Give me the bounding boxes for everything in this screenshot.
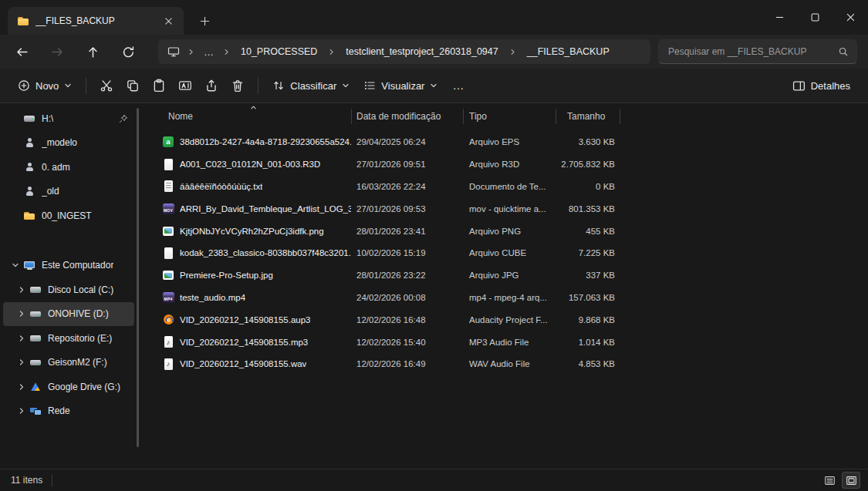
location-monitor-icon[interactable] — [164, 45, 183, 58]
chevron-right-icon[interactable] — [14, 286, 29, 294]
breadcrumb-item[interactable]: 10_PROCESSED — [235, 46, 323, 57]
google-drive-icon — [29, 381, 42, 393]
sidebar-item-onohive-d[interactable]: ONOHIVE (D:) — [3, 302, 134, 327]
refresh-button[interactable] — [114, 38, 142, 66]
mov-file-icon — [162, 203, 174, 215]
sidebar-item-google-drive-g[interactable]: Google Drive (G:) — [3, 375, 134, 399]
sidebar-item-label: _modelo — [42, 137, 77, 148]
column-resize-handle[interactable] — [351, 109, 352, 124]
table-row[interactable]: ARRI_By_David_Tembleque_Artlist_LOG_3...… — [144, 197, 868, 220]
view-button[interactable]: Visualizar — [356, 74, 444, 97]
view-button-label: Visualizar — [381, 80, 424, 92]
copy-button[interactable] — [120, 72, 146, 99]
new-tab-button[interactable] — [194, 11, 214, 31]
sidebar-item-repositorio-e[interactable]: Repositorio (E:) — [3, 326, 134, 351]
drive-icon — [29, 332, 42, 345]
forward-button[interactable] — [43, 38, 71, 66]
file-modified: 28/01/2026 23:22 — [351, 271, 463, 280]
file-name: kodak_2383_classico-8038bb037f48c3201... — [180, 248, 351, 257]
file-name: VID_20260212_145908155.wav — [180, 359, 306, 368]
chevron-right-icon[interactable] — [14, 335, 29, 342]
search-box — [658, 39, 857, 64]
file-type: Audacity Project F... — [463, 315, 556, 325]
tab-files-backup[interactable]: __FILES_BACKUP — [8, 7, 184, 35]
file-type: mp4 - mpeg-4 arq... — [463, 293, 556, 302]
user-icon — [23, 136, 35, 149]
table-row[interactable]: VID_20260212_145908155.mp3 12/02/2026 15… — [144, 331, 868, 353]
delete-button[interactable] — [225, 72, 251, 99]
search-icon[interactable] — [838, 46, 849, 57]
search-input[interactable] — [668, 46, 838, 57]
sidebar-item-label: Disco Local (C:) — [48, 284, 113, 295]
close-button[interactable] — [833, 0, 868, 35]
table-row[interactable]: VID_20260212_145908155.wav 12/02/2026 16… — [144, 353, 868, 375]
rename-button[interactable] — [172, 72, 198, 99]
column-header-size[interactable]: Tamanho — [556, 111, 620, 122]
file-modified: 16/03/2026 22:24 — [351, 182, 463, 191]
sidebar-item-disco-local-c[interactable]: Disco Local (C:) — [3, 277, 134, 302]
more-options-button[interactable]: … — [444, 76, 471, 96]
table-row[interactable]: kodak_2383_classico-8038bb037f48c3201...… — [144, 242, 868, 264]
r3d-file-icon — [162, 158, 174, 170]
large-icons-view-button[interactable] — [842, 472, 860, 489]
new-button[interactable]: Novo — [11, 74, 79, 97]
column-header-type[interactable]: Tipo — [463, 111, 556, 122]
file-size: 1.014 KB — [556, 338, 620, 347]
share-button[interactable] — [198, 72, 225, 99]
table-row[interactable]: KjtjONbJYcVCyRh2hZPuCj3idfk.png 28/01/20… — [144, 220, 868, 242]
mp4-file-icon — [162, 291, 174, 304]
sidebar-item-este-computador[interactable]: Este Computador — [3, 254, 134, 278]
table-row[interactable]: A001_C023_01012N_001-003.R3D 27/01/2026 … — [144, 153, 868, 176]
png-file-icon — [162, 225, 174, 237]
column-resize-handle[interactable] — [556, 109, 556, 124]
breadcrumb-overflow[interactable]: … — [199, 46, 218, 58]
column-header-modified[interactable]: Data de modificação — [351, 111, 463, 122]
details-view-button[interactable] — [820, 472, 839, 489]
up-button[interactable] — [79, 38, 106, 66]
sort-button[interactable]: Classificar — [265, 74, 356, 97]
back-button[interactable] — [8, 38, 35, 66]
sidebar-item-rede[interactable]: Rede — [3, 399, 134, 424]
table-row[interactable]: teste_audio.mp4 24/02/2026 00:08 mp4 - m… — [144, 287, 868, 309]
sidebar-item-0-adm[interactable]: 0. adm — [3, 155, 134, 180]
sidebar-item-geisonm2-f[interactable]: GeisonM2 (F:) — [3, 351, 134, 375]
maximize-button[interactable] — [797, 0, 833, 35]
toolbar-separator — [86, 77, 86, 94]
file-type: Arquivo PNG — [463, 227, 556, 236]
file-name: KjtjONbJYcVCyRh2hZPuCj3idfk.png — [180, 227, 324, 236]
table-row[interactable]: VID_20260212_145908155.aup3 12/02/2026 1… — [144, 308, 868, 331]
file-rows: 38d8012b-2427-4a4a-8718-29230655a524... … — [144, 131, 868, 375]
tab-close-icon[interactable] — [160, 13, 176, 29]
column-resize-handle[interactable] — [620, 109, 620, 124]
paste-button[interactable] — [146, 72, 172, 99]
table-row[interactable]: 38d8012b-2427-4a4a-8718-29230655a524... … — [144, 131, 868, 153]
table-row[interactable]: Premiere-Pro-Setup.jpg 28/01/2026 23:22 … — [144, 264, 868, 287]
sidebar-item-old[interactable]: _old — [3, 180, 134, 204]
chevron-right-icon[interactable] — [14, 383, 29, 391]
breadcrumb-item-current[interactable]: __FILES_BACKUP — [521, 46, 616, 57]
pin-icon — [119, 114, 128, 123]
column-header-name[interactable]: Nome — [144, 111, 351, 122]
sort-ascending-icon — [250, 104, 257, 111]
chevron-down-icon — [430, 82, 437, 89]
column-resize-handle[interactable] — [463, 109, 464, 124]
cut-button[interactable] — [93, 72, 120, 99]
sidebar-item-00-ingest[interactable]: 00_INGEST — [3, 203, 134, 228]
details-pane-button[interactable]: Detalhes — [785, 74, 857, 98]
breadcrumb-item[interactable]: testclient_testproject_260318_0947 — [339, 46, 504, 57]
navigation-bar: … 10_PROCESSED testclient_testproject_26… — [0, 35, 868, 69]
minimize-button[interactable] — [762, 0, 797, 35]
sidebar-item-modelo[interactable]: _modelo — [3, 131, 134, 156]
table-row[interactable]: áàâéêëïñóòôúùüç.txt 16/03/2026 22:24 Doc… — [144, 176, 868, 198]
sidebar-scrollbar[interactable] — [137, 108, 139, 447]
chevron-down-icon[interactable] — [8, 261, 23, 269]
sidebar-item-label: 0. adm — [42, 162, 70, 173]
sidebar-item-label: GeisonM2 (F:) — [48, 357, 107, 368]
chevron-right-icon[interactable] — [14, 407, 29, 415]
chevron-right-icon[interactable] — [14, 310, 29, 318]
sidebar-item-h-drive[interactable]: H:\ — [3, 106, 134, 131]
chevron-right-icon[interactable] — [14, 358, 29, 366]
cube-file-icon — [162, 247, 174, 259]
titlebar[interactable]: __FILES_BACKUP — [0, 0, 868, 35]
file-type: Arquivo JPG — [463, 271, 556, 280]
